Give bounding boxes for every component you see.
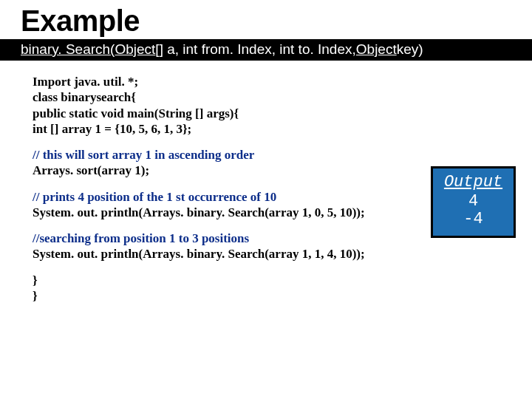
sig-method: binary. Search( (21, 41, 115, 58)
output-heading: Output (436, 173, 511, 191)
code-comment: // this will sort array 1 in ascending o… (33, 147, 532, 163)
code-line: int [] array 1 = {10, 5, 6, 1, 3}; (33, 121, 532, 137)
code-line: System. out. println(Arrays. binary. Sea… (33, 246, 532, 262)
sig-type1: Object (115, 41, 155, 58)
output-value: -4 (436, 211, 511, 228)
sig-params: [] a, int from. Index, int to. Index, (155, 41, 355, 58)
sig-key: key) (397, 41, 423, 58)
method-signature: binary. Search(Object[] a, int from. Ind… (0, 39, 532, 61)
code-line: } (33, 273, 532, 288)
code-line: Import java. util. *; (33, 74, 532, 89)
blank-line (33, 137, 532, 147)
slide: Example binary. Search(Object[] a, int f… (0, 0, 532, 399)
output-value: 4 (436, 193, 511, 211)
code-line: public static void main(String [] args){ (33, 106, 532, 121)
sig-type2: Object (356, 41, 397, 58)
blank-line (33, 262, 532, 273)
slide-title: Example (21, 4, 511, 38)
code-line: class binarysearch{ (33, 89, 532, 105)
title-block: Example (0, 0, 532, 39)
output-panel: Output 4 -4 (431, 166, 516, 238)
code-line: } (33, 288, 532, 304)
